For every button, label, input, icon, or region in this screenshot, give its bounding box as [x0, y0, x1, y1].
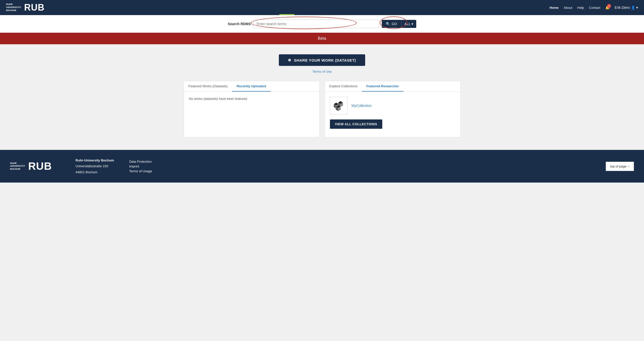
terms-of-use-link[interactable]: Terms of Use [312, 70, 332, 73]
share-btn-wrapper: ⊕ SHARE YOUR WORK (DATASET) [5, 54, 639, 66]
footer-logo: RUHR UNIVERSITÄT BOCHUM RUB [10, 160, 60, 172]
share-icon: ⊕ [288, 58, 291, 62]
right-panel-body: MyCollection VIEW ALL COLLECTIONS [325, 92, 460, 137]
featured-works-tab[interactable]: Featured Works (Datasets) [184, 81, 232, 92]
panels-row: Featured Works (Datasets) Recently Uploa… [184, 81, 461, 137]
collection-item: MyCollection [330, 97, 455, 114]
share-button-label: SHARE YOUR WORK (DATASET) [294, 58, 356, 62]
collection-thumbnail [330, 97, 348, 114]
right-panel-tabs: Explore Collections Featured Researcher [325, 81, 460, 92]
footer-address-line1: Universitätsstraße 150 [75, 164, 108, 168]
left-panel-body: No works (datasets) have been featured [184, 92, 319, 137]
featured-researcher-tab[interactable]: Featured Researcher [362, 81, 403, 92]
terms-link-wrapper: Terms of Use [5, 69, 639, 73]
left-panel-tabs: Featured Works (Datasets) Recently Uploa… [184, 81, 319, 92]
nav-contact[interactable]: Contact [589, 6, 600, 10]
nav-about[interactable]: About [564, 6, 572, 10]
my-collection-link[interactable]: MyCollection [352, 104, 372, 108]
main-nav: Home About Help Contact 🔔 1 Erik Diers 👤… [550, 6, 638, 10]
header: RUHR UNIVERSITÄT BOCHUM RUB Home About H… [0, 0, 644, 15]
search-bar-section: Search RDMS 🔍 GO ALL ▾ [0, 15, 644, 33]
search-input-wrapper [253, 20, 379, 28]
footer-address: Ruhr-University Bochum Universitätsstraß… [75, 157, 114, 175]
search-label: Search RDMS [228, 22, 251, 26]
footer-university-name: RUHR UNIVERSITÄT BOCHUM [10, 162, 25, 171]
beta-text: Beta [318, 36, 326, 40]
beta-banner: Beta [0, 33, 644, 44]
university-name-header: RUHR UNIVERSITÄT BOCHUM [6, 3, 21, 12]
nav-help[interactable]: Help [577, 6, 584, 10]
all-button-label: ALL [404, 22, 410, 26]
collection-cube-icon [332, 99, 345, 112]
footer: RUHR UNIVERSITÄT BOCHUM RUB Ruhr-Univers… [0, 150, 644, 183]
footer-address-line2: 44801 Bochum [75, 170, 97, 174]
search-go-wrapper: 🔍 GO ALL ▾ [382, 20, 416, 28]
no-works-message: No works (datasets) have been featured [189, 97, 314, 101]
arrow-up-icon: ↑ [628, 164, 630, 168]
nav-home[interactable]: Home [550, 6, 559, 10]
view-all-btn-wrapper: VIEW ALL COLLECTIONS [330, 119, 455, 129]
main-content: ⊕ SHARE YOUR WORK (DATASET) Terms of Use… [0, 44, 644, 150]
top-of-page-button[interactable]: top of page ↑ [606, 162, 634, 171]
search-input[interactable] [253, 20, 379, 28]
search-icon: 🔍 [386, 22, 390, 26]
recently-uploaded-tab[interactable]: Recently Uploaded [232, 81, 271, 92]
left-panel: Featured Works (Datasets) Recently Uploa… [184, 81, 320, 137]
home-active-indicator [279, 14, 294, 15]
go-all-group: 🔍 GO ALL ▾ [382, 20, 416, 28]
all-button[interactable]: ALL ▾ [401, 20, 416, 28]
header-logo: RUHR UNIVERSITÄT BOCHUM RUB [6, 2, 45, 13]
user-name: Erik Diers [615, 6, 630, 10]
go-button[interactable]: 🔍 GO [382, 20, 401, 28]
user-icon: 👤 [631, 6, 635, 10]
go-button-label: GO [392, 22, 397, 26]
footer-links: Data Protection Imprint Terms of Usage [129, 160, 152, 173]
user-menu[interactable]: Erik Diers 👤 ▾ [615, 6, 638, 10]
footer-rub-logo: RUB [28, 160, 52, 172]
explore-collections-tab[interactable]: Explore Collections [325, 81, 362, 92]
share-dataset-button[interactable]: ⊕ SHARE YOUR WORK (DATASET) [279, 54, 365, 66]
top-of-page-label: top of page [610, 164, 626, 168]
chevron-down-icon: ▾ [636, 6, 638, 10]
notification-bell[interactable]: 🔔 1 [605, 6, 610, 10]
notification-badge: 1 [607, 4, 611, 8]
footer-imprint-link[interactable]: Imprint [129, 164, 152, 168]
rub-logo: RUB [24, 2, 45, 13]
footer-terms-link[interactable]: Terms of Usage [129, 169, 152, 173]
footer-data-protection-link[interactable]: Data Protection [129, 160, 152, 163]
right-panel: Explore Collections Featured Researcher [325, 81, 461, 137]
chevron-down-icon: ▾ [411, 22, 413, 26]
footer-university-full-name: Ruhr-University Bochum [75, 158, 114, 162]
view-all-collections-button[interactable]: VIEW ALL COLLECTIONS [330, 119, 382, 129]
